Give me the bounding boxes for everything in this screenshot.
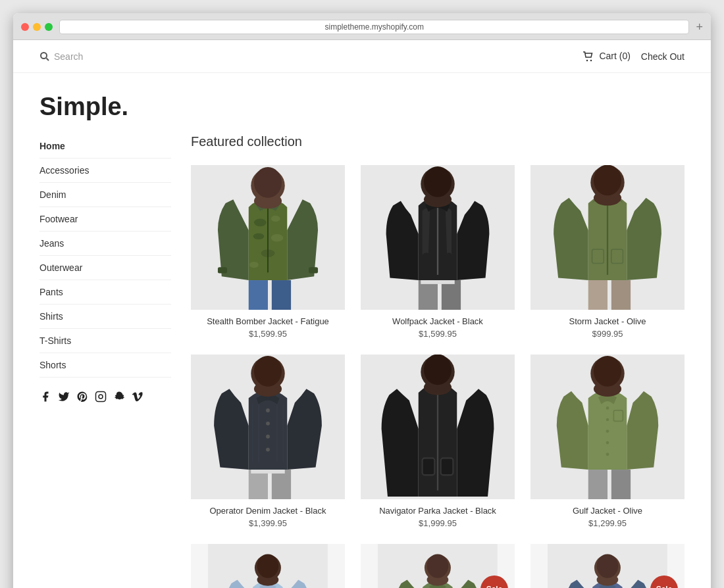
url-bar[interactable]: simpletheme.myshopify.com: [59, 20, 689, 34]
product-image: [530, 165, 685, 310]
svg-rect-23: [419, 280, 438, 310]
product-card[interactable]: [191, 544, 345, 588]
nav-item-jeans[interactable]: Jeans: [39, 232, 171, 256]
product-card[interactable]: Stealth Bomber Jacket - Fatigue $1,599.9…: [191, 165, 345, 339]
svg-point-47: [266, 408, 270, 412]
product-card[interactable]: Storm Jacket - Olive $999.95: [530, 165, 685, 339]
svg-point-5: [99, 395, 103, 399]
product-card[interactable]: Sale: [530, 544, 685, 588]
product-card[interactable]: Navigator Parka Jacket - Black $1,999.95: [361, 355, 515, 528]
product-price: $1,299.95: [530, 518, 685, 528]
product-image: [530, 355, 685, 499]
product-image: [191, 165, 345, 310]
social-icons: [39, 391, 171, 406]
svg-point-76: [257, 554, 279, 578]
svg-point-49: [266, 434, 270, 438]
svg-point-15: [249, 262, 259, 268]
twitter-icon[interactable]: [58, 391, 70, 406]
svg-point-65: [606, 418, 609, 421]
svg-rect-56: [423, 458, 435, 475]
snapchat-icon[interactable]: [113, 391, 125, 406]
nav-item-shorts[interactable]: Shorts: [39, 353, 171, 378]
svg-rect-62: [588, 470, 608, 500]
svg-point-53: [254, 355, 282, 386]
svg-rect-63: [611, 470, 631, 500]
nav-item-accessories[interactable]: Accessories: [39, 159, 171, 183]
svg-point-66: [606, 429, 609, 433]
nav-item-tshirts[interactable]: T-Shirts: [39, 329, 171, 353]
product-name: Gulf Jacket - Olive: [530, 506, 685, 516]
svg-rect-20: [218, 267, 227, 273]
nav-item-outerwear[interactable]: Outerwear: [39, 256, 171, 280]
collection-title: Featured collection: [191, 134, 685, 149]
svg-point-29: [424, 166, 452, 197]
product-card[interactable]: Gulf Jacket - Olive $1,299.95: [530, 355, 685, 528]
svg-rect-4: [96, 392, 106, 402]
nav-item-denim[interactable]: Denim: [39, 183, 171, 207]
svg-rect-9: [272, 280, 291, 310]
svg-point-2: [586, 60, 587, 61]
vimeo-icon[interactable]: [132, 391, 143, 406]
product-price: $999.95: [530, 329, 685, 339]
nav-item-shirts[interactable]: Shirts: [39, 305, 171, 329]
svg-point-12: [253, 233, 264, 239]
svg-point-10: [254, 218, 267, 226]
new-tab-button[interactable]: +: [696, 21, 703, 33]
svg-point-60: [424, 355, 452, 385]
svg-point-48: [266, 422, 270, 426]
svg-point-80: [427, 554, 449, 578]
svg-point-50: [266, 447, 270, 451]
product-name: Stealth Bomber Jacket - Fatigue: [191, 316, 345, 326]
product-image: [361, 355, 515, 499]
close-button[interactable]: [21, 23, 29, 31]
svg-point-72: [594, 355, 621, 386]
search-label: Search: [54, 51, 83, 62]
svg-point-11: [271, 215, 280, 221]
main-layout: Home Accessories Denim Footwear Jeans Ou…: [13, 134, 711, 588]
svg-point-19: [254, 167, 282, 198]
checkout-link[interactable]: Check Out: [641, 51, 685, 62]
browser-window: simpletheme.myshopify.com + Search: [13, 13, 711, 588]
cart-link[interactable]: Cart (0): [582, 51, 631, 62]
nav-item-pants[interactable]: Pants: [39, 280, 171, 305]
product-name: Navigator Parka Jacket - Black: [361, 506, 515, 516]
search-icon: [39, 51, 50, 62]
svg-line-1: [47, 58, 49, 61]
svg-point-38: [594, 165, 621, 195]
brand-section: Simple.: [13, 73, 711, 134]
nav-item-home[interactable]: Home: [39, 134, 171, 159]
product-image: [361, 165, 515, 310]
maximize-button[interactable]: [45, 23, 53, 31]
search-area[interactable]: Search: [39, 51, 83, 62]
minimize-button[interactable]: [33, 23, 41, 31]
svg-point-13: [271, 233, 284, 241]
sidebar: Home Accessories Denim Footwear Jeans Ou…: [39, 134, 171, 588]
product-card[interactable]: Wolfpack Jacket - Black $1,599.95: [361, 165, 515, 339]
product-price: $1,599.95: [361, 329, 515, 339]
product-image: [191, 355, 345, 499]
svg-point-84: [597, 554, 619, 578]
svg-rect-41: [272, 470, 291, 500]
product-image: Sale: [361, 544, 515, 588]
pinterest-icon[interactable]: [76, 391, 88, 406]
page-content: Search Cart (0) Check Out Simple.: [13, 40, 711, 588]
product-card[interactable]: Sale: [361, 544, 515, 588]
header-right: Cart (0) Check Out: [582, 51, 685, 62]
products-grid: Stealth Bomber Jacket - Fatigue $1,599.9…: [191, 165, 685, 588]
svg-point-68: [606, 453, 609, 456]
svg-rect-32: [611, 280, 631, 310]
brand-name: Simple.: [39, 93, 685, 121]
product-image: Sale: [530, 544, 685, 588]
product-card[interactable]: Operator Denim Jacket - Black $1,399.95: [191, 355, 345, 528]
cart-label: Cart (0): [599, 51, 630, 61]
svg-rect-31: [588, 280, 608, 310]
cart-icon: [582, 51, 594, 62]
product-price: $1,399.95: [191, 518, 345, 528]
nav-item-footwear[interactable]: Footwear: [39, 207, 171, 232]
product-name: Operator Denim Jacket - Black: [191, 506, 345, 516]
svg-rect-8: [249, 280, 268, 310]
svg-point-67: [606, 441, 609, 444]
instagram-icon[interactable]: [95, 391, 107, 406]
svg-rect-40: [249, 470, 268, 500]
facebook-icon[interactable]: [39, 391, 51, 406]
